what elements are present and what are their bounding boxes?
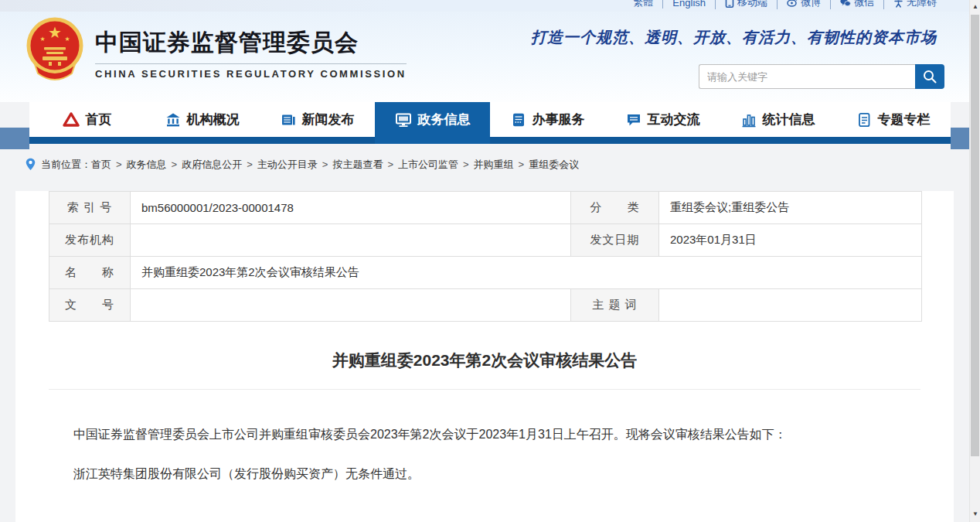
breadcrumb-item-committee-meeting[interactable]: 重组委会议 bbox=[529, 158, 579, 172]
index-number-label: 索 引 号 bbox=[49, 192, 131, 224]
breadcrumb-separator: > bbox=[116, 159, 122, 170]
document-info-table: 索 引 号 bm56000001/2023-00001478 分 类 重组委会议… bbox=[49, 191, 922, 322]
newspaper-icon bbox=[281, 112, 296, 128]
mobile-icon bbox=[725, 0, 734, 8]
breadcrumb-separator: > bbox=[387, 159, 393, 170]
scrollbar-down-arrow[interactable]: ▼ bbox=[970, 508, 980, 519]
lang-english-link[interactable]: English bbox=[662, 0, 715, 9]
breadcrumb-item-active-catalog[interactable]: 主动公开目录 bbox=[257, 158, 318, 172]
nav-label: 统计信息 bbox=[763, 111, 815, 128]
weibo-link[interactable]: 微博 bbox=[777, 0, 830, 9]
publish-date-value: 2023年01月31日 bbox=[659, 224, 922, 257]
nav-label: 办事服务 bbox=[533, 111, 585, 128]
mobile-site-label: 移动端 bbox=[737, 0, 767, 9]
nav-label: 专题专栏 bbox=[878, 111, 931, 128]
breadcrumb-item-ma[interactable]: 并购重组 bbox=[474, 158, 514, 172]
site-title-en: CHINA SECURITIES REGULATORY COMMISSION bbox=[95, 63, 407, 80]
wechat-link[interactable]: 微信 bbox=[830, 0, 883, 9]
weibo-icon bbox=[787, 0, 798, 7]
nav-label: 新闻发布 bbox=[302, 111, 355, 128]
nav-item-interaction[interactable]: 互动交流 bbox=[605, 102, 720, 137]
nav-under-bar bbox=[29, 137, 951, 144]
svg-text:★: ★ bbox=[64, 36, 70, 43]
lang-traditional-label: 繁體 bbox=[633, 0, 653, 9]
svg-text:★: ★ bbox=[39, 36, 45, 43]
publisher-label: 发布机构 bbox=[49, 224, 131, 257]
breadcrumb: 当前位置： 首页 > 政务信息 > 政府信息公开 > 主动公开目录 > 按主题查… bbox=[0, 149, 980, 179]
article-paragraph: 中国证券监督管理委员会上市公司并购重组审核委员会2023年第2次会议于2023年… bbox=[49, 424, 904, 445]
site-title-cn: 中国证券监督管理委员会 bbox=[95, 27, 407, 59]
accessibility-label: 无障碍 bbox=[907, 0, 937, 9]
bar-chart-icon bbox=[741, 112, 757, 128]
breadcrumb-separator: > bbox=[247, 159, 253, 170]
breadcrumb-separator: > bbox=[519, 159, 525, 170]
chat-bubble-icon bbox=[626, 112, 641, 128]
nav-left-strip bbox=[0, 128, 29, 149]
title-divider bbox=[49, 389, 920, 390]
breadcrumb-item-by-topic[interactable]: 按主题查看 bbox=[332, 158, 383, 172]
site-slogan: 打造一个规范、透明、开放、有活力、有韧性的资本市场 bbox=[531, 27, 937, 48]
nav-item-home[interactable]: 首页 bbox=[29, 102, 145, 137]
service-list-icon bbox=[511, 112, 526, 128]
bank-icon bbox=[165, 112, 181, 128]
category-value: 重组委会议;重组委公告 bbox=[659, 192, 922, 224]
nav-item-special-topics[interactable]: 专题专栏 bbox=[835, 102, 951, 137]
category-label: 分 类 bbox=[571, 192, 659, 224]
name-value: 并购重组委2023年第2次会议审核结果公告 bbox=[131, 257, 922, 289]
breadcrumb-item-listed-company[interactable]: 上市公司监管 bbox=[398, 158, 458, 172]
nav-item-about[interactable]: 机构概况 bbox=[145, 102, 260, 137]
breadcrumb-item-info-disclosure[interactable]: 政府信息公开 bbox=[182, 158, 242, 172]
keywords-value bbox=[659, 289, 922, 322]
accessibility-icon bbox=[893, 0, 903, 8]
nav-item-news[interactable]: 新闻发布 bbox=[260, 102, 375, 137]
site-header: ★ ★ ★ 中国证券监督管理委员会 CHINA SECURITIES REGUL… bbox=[0, 12, 980, 102]
index-number-value: bm56000001/2023-00001478 bbox=[131, 192, 571, 224]
article-paragraph: 浙江英特集团股份有限公司（发行股份购买资产）无条件通过。 bbox=[49, 463, 904, 484]
article-title: 并购重组委2023年第2次会议审核结果公告 bbox=[15, 350, 954, 371]
publisher-value bbox=[131, 224, 571, 257]
keywords-label: 主 题 词 bbox=[571, 289, 659, 322]
location-pin-icon bbox=[26, 158, 36, 171]
breadcrumb-item-home[interactable]: 首页 bbox=[91, 158, 111, 172]
accessibility-link[interactable]: 无障碍 bbox=[883, 0, 946, 9]
main-navigation: 首页 机构概况 新闻发布 bbox=[0, 102, 980, 149]
table-row: 发布机构 发文日期 2023年01月31日 bbox=[49, 224, 922, 257]
wechat-icon bbox=[840, 0, 851, 7]
document-icon bbox=[856, 112, 872, 128]
content-panel: 索 引 号 bm56000001/2023-00001478 分 类 重组委会议… bbox=[15, 191, 954, 522]
mobile-site-link[interactable]: 移动端 bbox=[715, 0, 777, 9]
publish-date-label: 发文日期 bbox=[571, 224, 659, 257]
national-emblem-logo: ★ ★ ★ bbox=[26, 15, 84, 84]
doc-number-label: 文 号 bbox=[49, 289, 131, 322]
search-button[interactable] bbox=[915, 64, 944, 89]
lang-traditional-link[interactable]: 繁體 bbox=[624, 0, 662, 9]
lang-english-label: English bbox=[672, 0, 706, 9]
table-row: 名 称 并购重组委2023年第2次会议审核结果公告 bbox=[49, 257, 922, 289]
table-row: 索 引 号 bm56000001/2023-00001478 分 类 重组委会议… bbox=[49, 192, 922, 224]
scrollbar-up-arrow[interactable]: ▲ bbox=[970, 1, 980, 12]
breadcrumb-separator: > bbox=[322, 159, 328, 170]
doc-number-value bbox=[131, 289, 571, 322]
nav-label: 机构概况 bbox=[187, 111, 240, 128]
top-utility-bar: 繁體 English 移动端 微博 微信 无障碍 bbox=[0, 0, 980, 12]
csrc-logo-icon bbox=[63, 112, 80, 128]
wechat-label: 微信 bbox=[854, 0, 874, 9]
breadcrumb-item-government-info[interactable]: 政务信息 bbox=[127, 158, 167, 172]
nav-label: 互动交流 bbox=[648, 111, 700, 128]
article-body: 中国证券监督管理委员会上市公司并购重组审核委员会2023年第2次会议于2023年… bbox=[49, 424, 904, 484]
scrollbar-thumb[interactable] bbox=[971, 15, 979, 456]
nav-item-services[interactable]: 办事服务 bbox=[490, 102, 605, 137]
search-input[interactable] bbox=[699, 64, 915, 89]
search-box bbox=[699, 64, 944, 89]
table-row: 文 号 主 题 词 bbox=[49, 289, 922, 322]
breadcrumb-separator: > bbox=[172, 159, 178, 170]
breadcrumb-prefix: 当前位置： bbox=[41, 158, 91, 172]
name-label: 名 称 bbox=[49, 257, 131, 289]
nav-label: 首页 bbox=[86, 111, 112, 128]
monitor-icon bbox=[395, 112, 412, 128]
scrollbar[interactable]: ▲ ▼ bbox=[969, 0, 980, 522]
nav-item-government-info[interactable]: 政务信息 bbox=[375, 102, 490, 137]
breadcrumb-separator: > bbox=[463, 159, 469, 170]
nav-item-statistics[interactable]: 统计信息 bbox=[720, 102, 835, 137]
nav-right-strip bbox=[951, 128, 969, 149]
